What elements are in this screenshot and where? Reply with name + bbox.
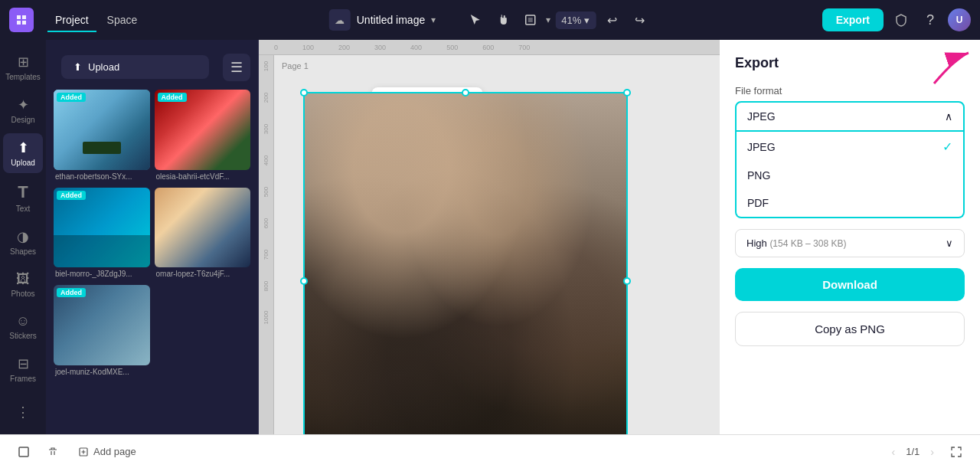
sidebar-item-frames[interactable]: ⊟ Frames <box>3 349 43 389</box>
tab-space[interactable]: Space <box>100 11 145 29</box>
user-avatar[interactable]: U <box>948 8 971 31</box>
selection-handles <box>303 92 628 434</box>
image-thumbnail-group <box>155 188 251 268</box>
delete-btn[interactable] <box>41 440 64 463</box>
quality-label: High <box>746 237 767 249</box>
format-option-jpeg[interactable]: JPEG ✓ <box>737 132 963 162</box>
prev-page-btn[interactable]: ‹ <box>887 443 900 461</box>
ruler-left: 100 200 300 400 500 600 700 800 1000 <box>259 55 274 434</box>
page-indicator: 1/1 <box>906 446 920 457</box>
zoom-control[interactable]: 41% ▾ <box>555 11 596 29</box>
topbar-right: Export ? U <box>822 8 971 31</box>
topbar-tabs: Project Space <box>47 11 145 29</box>
total-pages: 1 <box>914 446 920 457</box>
canvas-frame[interactable] <box>305 93 626 434</box>
format-pdf-label: PDF <box>747 197 769 209</box>
image-label-person: joel-muniz-KodMXE... <box>54 365 150 378</box>
add-page-button[interactable]: Add page <box>70 442 144 461</box>
panel-image-underwater[interactable]: Added <box>54 188 150 268</box>
image-label-beach: ethan-robertson-SYx... <box>54 170 150 183</box>
list-item: Added joel-muniz-KodMXE... <box>54 285 150 378</box>
export-panel-title: Export <box>735 55 965 71</box>
quality-size: (154 KB – 308 KB) <box>769 238 846 249</box>
current-page: 1 <box>906 446 911 457</box>
frame-tool-btn[interactable] <box>518 8 541 31</box>
file-format-label: File format <box>735 85 965 97</box>
format-dropdown[interactable]: JPEG ∧ <box>735 101 965 132</box>
more-icon: ⋮ <box>16 404 30 421</box>
canvas-content: Page 1 ··· <box>274 55 720 434</box>
handle-top-middle[interactable] <box>462 89 469 97</box>
page-navigation: ‹ 1/1 › <box>887 443 939 461</box>
list-item: Added olesia-bahrii-etcVdF... <box>155 90 251 183</box>
upload-button[interactable]: ⬆ Upload <box>61 55 209 79</box>
panel-image-person[interactable]: Added <box>54 285 150 365</box>
zoom-chevron: ▾ <box>584 15 590 26</box>
app-logo[interactable] <box>9 8 34 32</box>
doc-dropdown-chevron[interactable]: ▾ <box>431 15 436 25</box>
topbar-tools: ▾ 41% ▾ ↩ ↪ <box>463 8 651 31</box>
frame-dropdown-chevron[interactable]: ▾ <box>546 15 550 25</box>
hand-tool-btn[interactable] <box>491 8 514 31</box>
frames-icon: ⊟ <box>18 355 29 372</box>
design-icon: ✦ <box>18 97 29 113</box>
list-item: omar-lopez-T6zu4jF... <box>155 188 251 281</box>
handle-middle-right[interactable] <box>623 277 631 285</box>
added-badge-3: Added <box>57 191 86 200</box>
text-icon: T <box>18 182 28 202</box>
help-icon-btn[interactable]: ? <box>919 8 942 31</box>
sidebar-item-design[interactable]: ✦ Design <box>3 90 43 130</box>
fit-to-screen-btn[interactable] <box>12 440 35 463</box>
topbar-center: ☁ Untitled image ▾ ▾ 41% ▾ ↩ ↪ <box>329 8 652 31</box>
export-button[interactable]: Export <box>822 8 884 31</box>
upload-btn-icon: ⬆ <box>74 61 82 73</box>
download-button[interactable]: Download <box>735 268 965 301</box>
panel-image-group[interactable] <box>155 188 251 268</box>
select-tool-btn[interactable] <box>463 8 486 31</box>
format-option-png[interactable]: PNG <box>737 162 963 189</box>
sidebar-item-more[interactable]: ⋮ <box>3 398 43 427</box>
undo-btn[interactable]: ↩ <box>600 8 623 31</box>
panel-sidebar: ⬆ Upload ☰ Added ethan-robertson-SYx... <box>46 40 259 434</box>
redo-btn[interactable]: ↪ <box>628 8 651 31</box>
sidebar-item-upload[interactable]: ⬆ Upload <box>3 133 43 173</box>
handle-top-left[interactable] <box>300 89 308 97</box>
doc-title: Untitled image <box>357 14 426 26</box>
format-png-label: PNG <box>747 169 770 182</box>
handle-top-right[interactable] <box>623 89 631 97</box>
shapes-icon: ◑ <box>17 228 29 245</box>
shield-icon-btn[interactable] <box>890 8 913 31</box>
image-label-underwater: biel-morro-_J8ZdgJ9... <box>54 267 150 280</box>
jpeg-check-icon: ✓ <box>942 139 952 154</box>
sidebar-item-stickers[interactable]: ☺ Stickers <box>3 307 43 346</box>
selected-format: JPEG <box>747 110 776 123</box>
panel-image-beach[interactable]: Added <box>54 90 150 170</box>
tab-project[interactable]: Project <box>47 11 96 29</box>
dropdown-chevron-up: ∧ <box>945 110 952 123</box>
added-badge-2: Added <box>158 93 187 102</box>
format-option-pdf[interactable]: PDF <box>737 189 963 217</box>
list-item: Added biel-morro-_J8ZdgJ9... <box>54 188 150 281</box>
list-item: Added ethan-robertson-SYx... <box>54 90 150 183</box>
added-badge-5: Added <box>57 288 86 297</box>
canvas-area[interactable]: 0 100 200 300 400 500 600 700 100 200 30… <box>259 40 720 434</box>
sidebar-item-templates[interactable]: ⊞ Templates <box>3 47 43 87</box>
page-label: Page 1 <box>282 61 309 70</box>
fullscreen-btn[interactable] <box>945 440 968 463</box>
sidebar-item-text[interactable]: T Text <box>3 176 43 219</box>
next-page-btn[interactable]: › <box>926 443 939 461</box>
doc-cloud-icon: ☁ <box>329 9 351 31</box>
copy-png-button[interactable]: Copy as PNG <box>735 312 965 346</box>
topbar: Project Space ☁ Untitled image ▾ ▾ 41% ▾… <box>0 0 980 40</box>
main-layout: ⊞ Templates ✦ Design ⬆ Upload T Text ◑ S… <box>0 40 980 434</box>
added-badge: Added <box>57 93 86 102</box>
add-page-label: Add page <box>93 446 136 457</box>
left-sidebar: ⊞ Templates ✦ Design ⬆ Upload T Text ◑ S… <box>0 40 46 434</box>
stickers-icon: ☺ <box>16 313 30 329</box>
handle-middle-left[interactable] <box>300 277 308 285</box>
panel-image-flowers[interactable]: Added <box>155 90 251 170</box>
sidebar-item-shapes[interactable]: ◑ Shapes <box>3 222 43 262</box>
sidebar-item-photos[interactable]: 🖼 Photos <box>3 265 43 304</box>
mobile-view-btn[interactable]: ☰ <box>223 54 250 81</box>
quality-dropdown[interactable]: High (154 KB – 308 KB) ∨ <box>735 229 965 257</box>
